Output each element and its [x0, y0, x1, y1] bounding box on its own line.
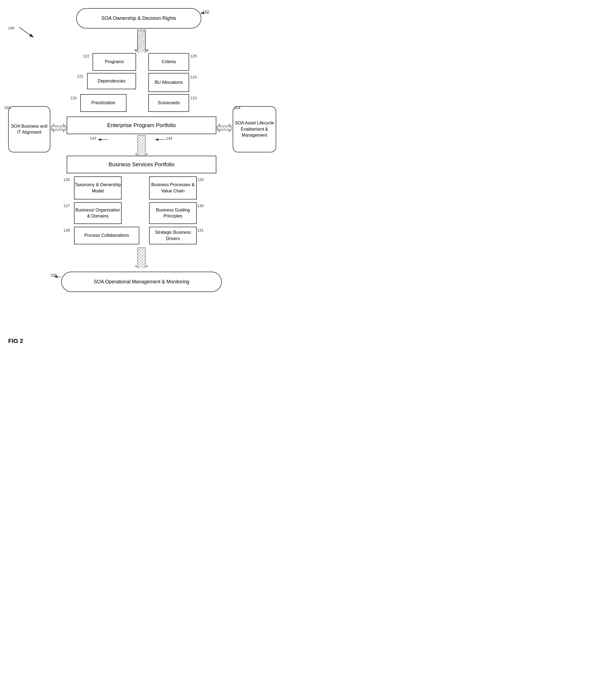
taxonomy-ownership-box: Taxonomy & Ownership Model: [74, 176, 122, 200]
scorecards-box: Scorecards: [148, 94, 189, 112]
business-org-domains-box: Business/ Organization & Domains: [74, 202, 122, 224]
dependencies-label: Dependencies: [98, 78, 125, 84]
soa-business-alignment-label: SOA Business and IT Alignment: [9, 123, 50, 136]
scorecards-label: Scorecards: [158, 100, 180, 106]
enterprise-program-portfolio-label: Enterprise Program Portfolio: [107, 122, 176, 128]
ref-131: 131: [197, 228, 204, 232]
fig-label: FIG 2: [8, 338, 23, 345]
svg-line-0: [19, 27, 33, 37]
enterprise-program-portfolio-box: Enterprise Program Portfolio: [67, 116, 216, 134]
arrow-left-horiz: [51, 121, 66, 136]
ref-144-arrow: [155, 137, 168, 143]
strategic-business-drivers-box: Strategic Business Drivers: [149, 227, 197, 244]
arrow-right-horiz: [217, 121, 232, 136]
soa-operational-box: SOA Operational Management & Monitoring: [61, 272, 222, 292]
soa-business-alignment-box: SOA Business and IT Alignment: [8, 106, 50, 152]
ref-150: 150: [4, 106, 10, 110]
svg-marker-18: [135, 136, 148, 156]
ref-126: 126: [64, 177, 70, 182]
business-services-portfolio-box: Business Services Portfolio: [67, 156, 216, 173]
ref-125: 125: [191, 54, 197, 58]
ref-142-arrow: [97, 137, 111, 143]
bu-allocations-label: BU Allocations: [155, 80, 183, 85]
ref-124: 124: [191, 75, 197, 79]
criteria-box: Criteria: [148, 53, 189, 71]
business-guiding-principles-box: Business Guiding Principles: [149, 202, 197, 224]
taxonomy-ownership-label: Taxonomy & Ownership Model: [74, 182, 121, 194]
business-guiding-principles-label: Business Guiding Principles: [150, 207, 196, 219]
soa-operational-label: SOA Operational Management & Monitoring: [94, 279, 189, 285]
svg-marker-21: [135, 248, 148, 268]
svg-marker-7: [135, 31, 148, 53]
ref-128: 128: [64, 228, 70, 232]
prioritization-box: Prioritization: [80, 94, 127, 112]
process-collaborations-box: Process Collaborations: [74, 227, 139, 244]
business-services-portfolio-label: Business Services Portfolio: [109, 161, 175, 168]
arrow-bottom-vertical: [133, 246, 150, 268]
prioritization-label: Prioritization: [92, 100, 115, 106]
ref-120: 120: [70, 96, 76, 100]
ref-121: 121: [77, 74, 83, 78]
dependencies-box: Dependencies: [87, 73, 136, 89]
arrow-soa-top: [133, 29, 150, 53]
ref-152-arrow: [200, 12, 211, 17]
criteria-label: Criteria: [162, 59, 176, 65]
soa-asset-lifecycle-box: SOA Asset Lifecycle Enablement & Managem…: [233, 106, 276, 152]
business-processes-box: Business Processes & Value Chain: [149, 176, 197, 200]
process-collaborations-label: Process Collaborations: [84, 232, 129, 238]
ref-156-arrow: [54, 275, 62, 280]
ref-140-label: 140: [8, 26, 14, 30]
ref-130: 130: [197, 204, 204, 208]
bu-allocations-box: BU Allocations: [148, 73, 189, 92]
soa-ownership-label: SOA Ownership & Decision Rights: [101, 15, 176, 22]
ref-129: 129: [197, 177, 204, 182]
strategic-business-drivers-label: Strategic Business Drivers: [150, 230, 196, 242]
soa-asset-lifecycle-label: SOA Asset Lifecycle Enablement & Managem…: [233, 120, 276, 138]
arrow-middle-vertical: [133, 134, 150, 156]
ref-140-arrow: [19, 27, 36, 38]
soa-ownership-box: SOA Ownership & Decision Rights: [76, 8, 201, 29]
programs-box: Programs: [93, 53, 136, 71]
ref-142: 142: [90, 136, 96, 140]
ref-127: 127: [64, 204, 70, 208]
ref-154: 154: [234, 106, 240, 110]
business-org-domains-label: Business/ Organization & Domains: [74, 207, 121, 219]
business-processes-label: Business Processes & Value Chain: [150, 182, 196, 194]
programs-label: Programs: [105, 59, 124, 65]
ref-122: 122: [83, 54, 89, 58]
ref-123: 123: [191, 96, 197, 100]
diagram: 140 SOA Ownership & Decision Rights 152: [0, 0, 306, 350]
